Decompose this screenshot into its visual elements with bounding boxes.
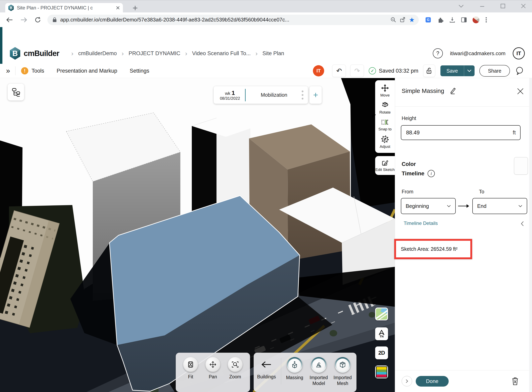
collapse-chevron-icon[interactable] [521,221,524,227]
from-to-arrow-icon [458,204,469,208]
tree [330,330,337,336]
window-minimize-icon[interactable] [479,4,485,8]
downloads-icon[interactable] [449,17,455,23]
panel-close-button[interactable] [517,88,524,95]
expand-panel-icon[interactable]: » [6,67,10,75]
zoom-tool[interactable]: Zoom [228,357,242,380]
viewport-3d[interactable]: wk1 08/31/2022 Mobilization + Move Rotat… [0,78,395,392]
phase-name[interactable]: Mobilization [248,92,300,98]
layers-legend-button[interactable] [375,365,388,378]
save-split-button[interactable]: Save [440,65,475,76]
comments-button[interactable] [515,66,524,75]
forward-icon[interactable] [19,15,28,24]
undo-button[interactable]: ↶ [332,65,346,77]
app-toolbar: » ! Tools Presentation and Markup Settin… [0,64,532,78]
share-label: Share [488,68,501,74]
fit-tool[interactable]: Fit [183,357,198,380]
height-input[interactable] [406,129,513,136]
timeline-week-widget[interactable]: wk1 08/31/2022 Mobilization [214,86,308,104]
cmbuilder-logo-icon[interactable]: B [9,47,21,60]
breadcrumb-site-plan[interactable]: Site Plan [262,50,284,56]
side-panel-icon[interactable] [461,17,467,23]
window-restore-down-icon[interactable] [458,4,464,8]
sketch-area-value: Sketch Area: 26524.59 ft² [401,246,457,252]
window-close-icon[interactable] [521,3,526,9]
save-options-chevron-icon[interactable] [464,70,475,72]
week-block[interactable]: wk1 08/31/2022 [217,89,243,101]
back-to-buildings[interactable]: Buildings [254,357,279,380]
browser-tab[interactable]: B Site Plan - PROJECT DYNAMIC | c [5,3,123,13]
move-tool[interactable]: Move [380,84,390,98]
lock-button[interactable] [423,65,435,77]
cmbuilder-favicon: B [8,5,14,11]
omnibox[interactable]: app.cmbuilder.io/cmBuilderDemo/57e383a6-… [48,15,419,25]
massing-tool[interactable]: Massing [283,357,306,381]
timeline-details-link[interactable]: Timeline Details [404,220,438,226]
edit-sketch-toolbar: Edit Sketch [375,156,395,175]
cmbuilder-wordmark[interactable]: cmBuilder [24,49,59,58]
collapse-panel-button[interactable] [402,376,412,386]
back-icon[interactable] [5,15,14,24]
imported-model-tool[interactable]: Imported Model [306,357,331,386]
extensions-puzzle-icon[interactable] [437,17,444,23]
tower-shadow-face[interactable] [192,118,217,218]
saved-check-icon: ✓ [369,67,376,75]
zoom-out-page-icon[interactable] [390,17,396,23]
to-select[interactable]: End [472,198,527,214]
breadcrumb-separator: › [71,50,73,57]
panel-scrollbar[interactable] [529,78,532,392]
delete-massing-button[interactable] [511,377,519,386]
collaborator-badge[interactable]: IT [313,65,324,76]
edit-sketch-tool[interactable]: Edit Sketch [375,159,395,172]
pan-tool[interactable]: Pan [205,357,220,380]
phase-menu-kebab-icon[interactable] [300,90,305,99]
breadcrumb-project-dynamic[interactable]: PROJECT DYNAMIC [128,50,180,56]
color-swatch[interactable] [514,157,528,175]
from-value: Beginning [406,203,429,209]
browser-url-bar: app.cmbuilder.io/cmBuilderDemo/57e383a6-… [0,12,532,27]
reload-icon[interactable] [33,15,42,24]
translate-icon[interactable]: G [425,16,432,23]
warning-icon: ! [21,67,28,75]
rename-pencil-icon[interactable] [449,87,456,94]
menu-tools[interactable]: Tools [32,68,44,74]
breadcrumb-project-demo[interactable]: cmBuilderDemo [78,50,117,56]
chevron-down-icon [447,205,451,207]
share-button[interactable]: Share [479,65,510,77]
imported-mesh-icon [339,361,346,369]
user-avatar[interactable]: IT [513,47,525,59]
tab-close-icon[interactable] [116,6,120,10]
to-label: To [479,189,484,195]
help-button[interactable]: ? [433,48,443,58]
browser-menu-kebab-icon[interactable] [485,17,487,23]
done-button[interactable]: Done [416,376,449,387]
breadcrumb-scenario[interactable]: Video Scenario Full To... [192,50,251,56]
save-button[interactable]: Save [440,68,464,74]
true-north-button[interactable]: TN [375,327,388,340]
redo-button[interactable]: ↷ [350,65,364,77]
chevron-down-icon [518,205,522,207]
menu-settings[interactable]: Settings [130,68,149,74]
timeline-info-icon[interactable]: i [428,170,435,177]
rotate-tool[interactable]: Rotate [379,101,391,115]
window-maximize-icon[interactable] [500,3,505,9]
basemap-toggle-button[interactable] [375,308,388,320]
model-tree-button[interactable] [8,84,24,101]
add-phase-button[interactable]: + [309,86,322,104]
share-page-icon[interactable] [400,17,406,23]
snap-to-tool[interactable]: Snap to [378,119,392,131]
rotate-icon [381,101,389,109]
2d-mode-button[interactable]: 2D [375,346,388,359]
from-select[interactable]: Beginning [401,198,456,214]
adjust-icon [381,135,389,143]
menu-presentation-markup[interactable]: Presentation and Markup [57,68,117,74]
new-tab-button[interactable] [132,5,138,11]
properties-panel: Simple Massing Height ft Color Timeline … [395,78,532,392]
map-thumbnail-icon [376,308,387,320]
adjust-tool[interactable]: Adjust [380,135,390,149]
profile-avatar-icon[interactable] [473,16,479,23]
sketch-area-highlight: Sketch Area: 26524.59 ft² [394,239,472,259]
massing-icon [291,361,298,369]
imported-mesh-tool[interactable]: Imported Mesh [331,357,354,386]
bookmark-star-icon[interactable]: ★ [409,17,415,23]
